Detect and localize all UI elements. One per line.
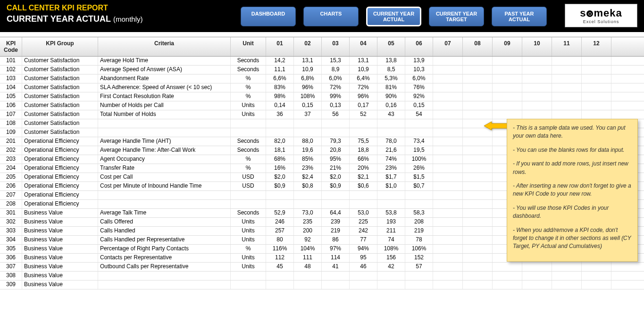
table-row[interactable]: 101Customer SatisfactionAverage Hold Tim… (0, 57, 644, 66)
nav-buttons: DASHBOARDCHARTSCURRENT YEAR ACTUALCURREN… (241, 7, 547, 26)
nav-charts[interactable]: CHARTS (303, 7, 359, 26)
logo-sub: Excel Solutions (583, 19, 619, 24)
help-note: - This is a sample data we used. You can… (507, 119, 638, 262)
table-row[interactable]: 107Customer SatisfactionTotal Number of … (0, 110, 644, 119)
table-row[interactable]: 102Customer SatisfactionAverage Speed of… (0, 66, 644, 74)
nav-past-year-actual[interactable]: PAST YEAR ACTUAL (492, 7, 547, 26)
subtitle-main: CURRENT YEAR ACTUAL (7, 14, 111, 24)
table-row[interactable]: 309Business Value (0, 280, 644, 289)
nav-current-year-actual[interactable]: CURRENT YEAR ACTUAL (366, 7, 421, 26)
table-row[interactable]: 106Customer SatisfactionNumber of Holds … (0, 101, 644, 110)
callout-arrow-icon (484, 121, 508, 132)
header-bar: CALL CENTER KPI REPORT CURRENT YEAR ACTU… (0, 0, 644, 32)
nav-dashboard[interactable]: DASHBOARD (241, 7, 296, 26)
logo-dot-icon (586, 10, 593, 17)
table-row[interactable]: 307Business ValueOutbound Calls per Repr… (0, 263, 644, 272)
table-header: KPI CodeKPI GroupCriteriaUnit01020304050… (0, 37, 644, 57)
table-row[interactable]: 104Customer SatisfactionSLA Adherence: S… (0, 83, 644, 92)
nav-current-year-target[interactable]: CURRENT YEAR TARGET (429, 7, 484, 26)
svg-marker-0 (484, 122, 508, 130)
table-row[interactable]: 308Business Value (0, 272, 644, 280)
logo-brand: smeka (580, 7, 622, 19)
subtitle-suffix: (monthly) (113, 15, 143, 23)
table-row[interactable]: 105Customer SatisfactionFirst Contact Re… (0, 92, 644, 101)
logo: smeka Excel Solutions (565, 4, 637, 27)
table-row[interactable]: 103Customer SatisfactionAbandonment Rate… (0, 74, 644, 83)
